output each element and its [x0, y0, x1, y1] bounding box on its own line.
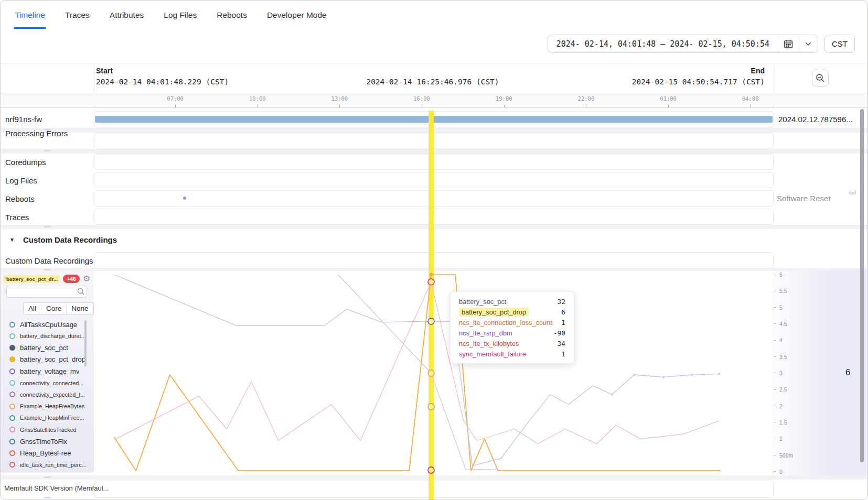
x-axis-edge-mark	[94, 105, 94, 107]
metric-color-dot	[9, 462, 15, 468]
y-tick-label: 1	[779, 436, 783, 442]
lane-memfault-sdk-version[interactable]	[94, 481, 774, 498]
cursor-marker[interactable]	[429, 273, 433, 276]
metric-item-battery-voltage-mv[interactable]: battery_voltage_mv	[0, 365, 88, 377]
vertical-scrollbar[interactable]	[860, 109, 864, 462]
lane-traces[interactable]	[94, 209, 774, 225]
reboot-event-dot[interactable]	[183, 197, 186, 200]
tooltip-row-battery-soc-pct: battery_soc_pct32	[459, 296, 565, 307]
x-tick-label: 22:00	[578, 95, 595, 102]
x-tick-mark	[751, 104, 751, 107]
metric-color-dot	[9, 392, 15, 397]
selected-metric-chip[interactable]: battery_soc_pct_dr...	[4, 275, 60, 283]
sidebar-scrollbar[interactable]	[84, 320, 87, 366]
y-tick-mark	[774, 406, 776, 406]
metric-item-connectivity-connected[interactable]: connectivity_connected...	[0, 377, 88, 389]
metric-item-idle-task-run-time-perc[interactable]: idle_task_run_time_perc...	[0, 459, 88, 471]
metric-item-battery-soc-pct[interactable]: battery_soc_pct	[0, 342, 88, 354]
lane-processing-errors[interactable]	[94, 133, 774, 148]
tab-attributes[interactable]: Attributes	[110, 0, 144, 30]
lane-coredumps[interactable]	[94, 154, 774, 170]
tooltip-metric-value: 1	[561, 350, 565, 358]
tooltip-metric-value: 34	[558, 340, 565, 347]
row-label-coredumps: Coredumps	[5, 158, 46, 167]
y-tick-label: 4.5	[779, 321, 787, 327]
metrics-sidebar: battery_soc_pct_dr... +46 ⚙ AllCoreNone …	[0, 271, 94, 473]
row-resize-handle[interactable]	[44, 226, 51, 227]
cursor-marker[interactable]	[428, 404, 434, 410]
metric-item-alltaskscpuusage[interactable]: AllTasksCpuUsage	[0, 319, 88, 330]
y-tick: 1.5	[774, 419, 787, 426]
x-axis-edge-mark	[774, 105, 774, 107]
y-tick-label: 4	[779, 337, 783, 343]
metric-item-gnsssatellitestracked[interactable]: GnssSatellitesTracked	[0, 424, 88, 436]
timezone-button[interactable]: CST	[824, 35, 855, 53]
metrics-chart[interactable]	[94, 271, 772, 475]
search-input[interactable]	[6, 286, 87, 298]
cursor-marker[interactable]	[428, 370, 434, 376]
metric-color-dot	[9, 322, 15, 328]
row-resize-handle[interactable]	[44, 269, 51, 270]
date-range-input[interactable]: 2024- 02-14, 04:01:48 – 2024- 02-15, 04:…	[548, 35, 818, 53]
cursor-marker[interactable]	[428, 318, 434, 324]
y-tick: 2.5	[774, 386, 787, 393]
filter-all-button[interactable]: All	[24, 303, 41, 314]
tab-reboots[interactable]: Reboots	[217, 0, 247, 30]
y-tick-label: 3	[779, 370, 783, 376]
y-tick-label: 6	[779, 271, 783, 278]
y-tick: 6	[774, 271, 783, 278]
metric-item-example-heapfreebytes[interactable]: Example_HeapFreeBytes	[0, 400, 88, 412]
collapse-triangle-icon[interactable]: ▼	[9, 237, 15, 243]
cursor-marker[interactable]	[428, 467, 434, 473]
x-tick-mark	[586, 104, 586, 107]
gear-icon[interactable]: ⚙	[83, 275, 90, 283]
metric-label: GnssSatellitesTracked	[20, 427, 77, 433]
row-resize-handle[interactable]	[44, 476, 51, 478]
metric-item-gnsstimetofix[interactable]: GnssTimeToFix	[0, 436, 88, 447]
tab-timeline[interactable]: Timeline	[15, 0, 45, 30]
row-label-processing-errors: Processing Errors	[5, 129, 68, 138]
custom-data-recordings-header[interactable]: ▼ Custom Data Recordings	[0, 229, 868, 251]
tooltip-row-ncs-lte-rsrp-dbm: ncs_lte_rsrp_dbm-90	[459, 328, 565, 338]
selected-metric-row: battery_soc_pct_dr... +46 ⚙	[4, 274, 90, 284]
y-tick-mark	[774, 275, 776, 275]
chevron-down-icon[interactable]	[798, 35, 818, 52]
tab-traces[interactable]: Traces	[65, 0, 90, 30]
metric-item-example-heapminfree[interactable]: Example_HeapMinFree...	[0, 412, 88, 423]
lane-custom-data-recordings[interactable]	[94, 252, 774, 268]
y-tick-label: 5.5	[779, 288, 787, 294]
row-resize-handle[interactable]	[44, 497, 51, 498]
x-tick-label: 10:00	[249, 95, 266, 102]
tab-log-files[interactable]: Log Files	[164, 0, 197, 30]
series-line-periwinkle	[114, 275, 719, 466]
date-range-text[interactable]: 2024- 02-14, 04:01:48 – 2024- 02-15, 04:…	[548, 35, 778, 52]
y-tick-mark	[774, 291, 776, 291]
metric-item-battery-discharge-durat[interactable]: battery_discharge_durat...	[0, 330, 88, 342]
row-label-nrf91ns-fw: nrf91ns-fw	[5, 115, 42, 124]
metric-label: GnssTimeToFix	[20, 438, 67, 445]
zoom-out-button[interactable]	[812, 70, 829, 86]
series-point-dot	[718, 373, 720, 375]
filter-none-button[interactable]: None	[66, 303, 93, 314]
metric-item-heap-bytesfree[interactable]: Heap_BytesFree	[0, 447, 88, 459]
tooltip-row-ncs-lte-connection-loss-count: ncs_lte_connection_loss_count1	[459, 317, 565, 328]
calendar-icon[interactable]	[778, 35, 798, 52]
firmware-version-bar[interactable]	[95, 116, 773, 123]
cursor-marker[interactable]	[428, 279, 434, 285]
metric-label: AllTasksCpuUsage	[20, 321, 77, 329]
end-time: 2024-02-15 04:50:54.717 (CST)	[632, 78, 765, 86]
start-label: Start	[96, 67, 113, 75]
cursor-time: 2024-02-14 16:25:46.976 (CST)	[366, 78, 499, 86]
group-separator	[0, 149, 868, 154]
y-tick-mark	[774, 307, 776, 308]
metric-item-connectivity-expected-t[interactable]: connectivity_expected_t...	[0, 389, 88, 400]
tooltip-metric-value: 32	[558, 298, 565, 306]
lane-log-files[interactable]	[94, 172, 774, 188]
row-resize-handle[interactable]	[44, 150, 51, 151]
metric-item-battery-soc-pct-drop[interactable]: battery_soc_pct_drop	[0, 354, 88, 365]
tab-developer-mode[interactable]: Developer Mode	[267, 0, 327, 30]
lane-reboots[interactable]	[94, 190, 774, 206]
filter-core-button[interactable]: Core	[41, 303, 66, 314]
series-battery-soc-pct-drop	[114, 275, 721, 471]
y-tick: 5.5	[774, 288, 787, 294]
